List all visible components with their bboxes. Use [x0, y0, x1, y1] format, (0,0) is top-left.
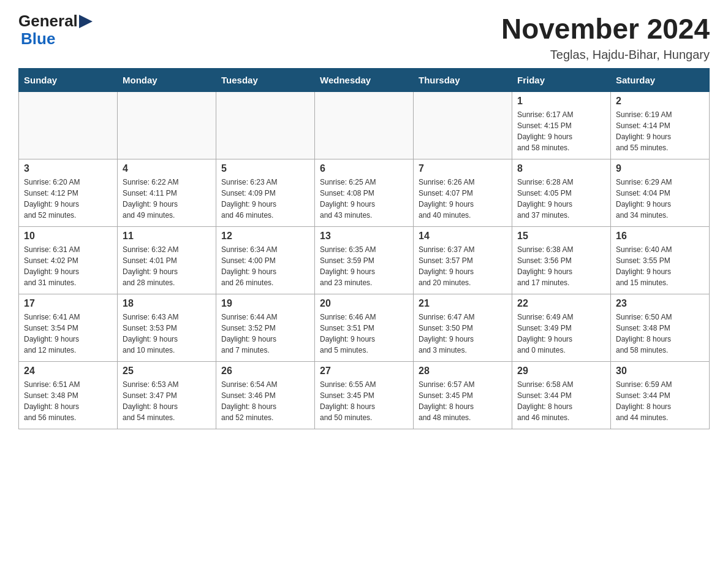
- day-number: 18: [123, 298, 211, 309]
- day-number: 17: [24, 298, 112, 309]
- calendar-week-row: 3Sunrise: 6:20 AM Sunset: 4:12 PM Daylig…: [19, 159, 710, 227]
- day-info-text: Sunrise: 6:58 AM Sunset: 3:44 PM Dayligh…: [517, 379, 605, 423]
- calendar-cell: 10Sunrise: 6:31 AM Sunset: 4:02 PM Dayli…: [19, 227, 118, 294]
- logo-blue-text: Blue: [21, 29, 55, 48]
- calendar-week-row: 10Sunrise: 6:31 AM Sunset: 4:02 PM Dayli…: [19, 227, 710, 294]
- day-number: 30: [616, 366, 704, 377]
- day-info-text: Sunrise: 6:25 AM Sunset: 4:08 PM Dayligh…: [320, 177, 408, 221]
- logo-general-text: General: [18, 12, 78, 30]
- day-info-text: Sunrise: 6:43 AM Sunset: 3:53 PM Dayligh…: [123, 312, 211, 356]
- day-info-text: Sunrise: 6:31 AM Sunset: 4:02 PM Dayligh…: [24, 244, 112, 288]
- calendar-cell: 29Sunrise: 6:58 AM Sunset: 3:44 PM Dayli…: [512, 362, 611, 429]
- day-info-text: Sunrise: 6:49 AM Sunset: 3:49 PM Dayligh…: [517, 312, 605, 356]
- calendar-cell: 27Sunrise: 6:55 AM Sunset: 3:45 PM Dayli…: [315, 362, 414, 429]
- day-info-text: Sunrise: 6:20 AM Sunset: 4:12 PM Dayligh…: [24, 177, 112, 221]
- day-number: 7: [419, 163, 507, 174]
- calendar-cell: 12Sunrise: 6:34 AM Sunset: 4:00 PM Dayli…: [216, 227, 315, 294]
- day-info-text: Sunrise: 6:40 AM Sunset: 3:55 PM Dayligh…: [616, 244, 704, 288]
- calendar-cell: [19, 92, 118, 159]
- day-number: 20: [320, 298, 408, 309]
- calendar-cell: 23Sunrise: 6:50 AM Sunset: 3:48 PM Dayli…: [611, 294, 710, 362]
- day-number: 29: [517, 366, 605, 377]
- calendar-cell: 17Sunrise: 6:41 AM Sunset: 3:54 PM Dayli…: [19, 294, 118, 362]
- day-number: 24: [24, 366, 112, 377]
- day-number: 19: [221, 298, 309, 309]
- day-info-text: Sunrise: 6:54 AM Sunset: 3:46 PM Dayligh…: [221, 379, 309, 423]
- logo-arrow-icon: [79, 15, 93, 28]
- calendar-cell: 8Sunrise: 6:28 AM Sunset: 4:05 PM Daylig…: [512, 159, 611, 227]
- day-info-text: Sunrise: 6:34 AM Sunset: 4:00 PM Dayligh…: [221, 244, 309, 288]
- calendar-cell: 25Sunrise: 6:53 AM Sunset: 3:47 PM Dayli…: [118, 362, 216, 429]
- day-info-text: Sunrise: 6:19 AM Sunset: 4:14 PM Dayligh…: [616, 109, 704, 153]
- day-info-text: Sunrise: 6:38 AM Sunset: 3:56 PM Dayligh…: [517, 244, 605, 288]
- calendar-cell: 30Sunrise: 6:59 AM Sunset: 3:44 PM Dayli…: [611, 362, 710, 429]
- day-number: 9: [616, 163, 704, 174]
- calendar-cell: 15Sunrise: 6:38 AM Sunset: 3:56 PM Dayli…: [512, 227, 611, 294]
- day-info-text: Sunrise: 6:55 AM Sunset: 3:45 PM Dayligh…: [320, 379, 408, 423]
- day-info-text: Sunrise: 6:26 AM Sunset: 4:07 PM Dayligh…: [419, 177, 507, 221]
- day-info-text: Sunrise: 6:50 AM Sunset: 3:48 PM Dayligh…: [616, 312, 704, 356]
- calendar-cell: 16Sunrise: 6:40 AM Sunset: 3:55 PM Dayli…: [611, 227, 710, 294]
- svg-marker-0: [79, 15, 93, 28]
- weekday-header-tuesday: Tuesday: [216, 69, 315, 92]
- day-info-text: Sunrise: 6:47 AM Sunset: 3:50 PM Dayligh…: [419, 312, 507, 356]
- day-number: 23: [616, 298, 704, 309]
- day-number: 28: [419, 366, 507, 377]
- day-number: 10: [24, 231, 112, 242]
- day-number: 2: [616, 96, 704, 107]
- calendar-cell: [315, 92, 414, 159]
- calendar-cell: 21Sunrise: 6:47 AM Sunset: 3:50 PM Dayli…: [414, 294, 512, 362]
- day-number: 4: [123, 163, 211, 174]
- day-info-text: Sunrise: 6:53 AM Sunset: 3:47 PM Dayligh…: [123, 379, 211, 423]
- day-info-text: Sunrise: 6:28 AM Sunset: 4:05 PM Dayligh…: [517, 177, 605, 221]
- day-info-text: Sunrise: 6:59 AM Sunset: 3:44 PM Dayligh…: [616, 379, 704, 423]
- weekday-header-thursday: Thursday: [414, 69, 512, 92]
- calendar-cell: 24Sunrise: 6:51 AM Sunset: 3:48 PM Dayli…: [19, 362, 118, 429]
- calendar-cell: 13Sunrise: 6:35 AM Sunset: 3:59 PM Dayli…: [315, 227, 414, 294]
- calendar-body: 1Sunrise: 6:17 AM Sunset: 4:15 PM Daylig…: [19, 92, 710, 429]
- day-info-text: Sunrise: 6:32 AM Sunset: 4:01 PM Dayligh…: [123, 244, 211, 288]
- weekday-header-row: SundayMondayTuesdayWednesdayThursdayFrid…: [19, 69, 710, 92]
- calendar-cell: 5Sunrise: 6:23 AM Sunset: 4:09 PM Daylig…: [216, 159, 315, 227]
- calendar-cell: [414, 92, 512, 159]
- day-number: 5: [221, 163, 309, 174]
- calendar-cell: 20Sunrise: 6:46 AM Sunset: 3:51 PM Dayli…: [315, 294, 414, 362]
- weekday-header-monday: Monday: [118, 69, 216, 92]
- day-info-text: Sunrise: 6:17 AM Sunset: 4:15 PM Dayligh…: [517, 109, 605, 153]
- day-number: 22: [517, 298, 605, 309]
- day-number: 16: [616, 231, 704, 242]
- calendar-table: SundayMondayTuesdayWednesdayThursdayFrid…: [18, 68, 710, 429]
- logo: General Blue: [18, 12, 93, 47]
- calendar-header: SundayMondayTuesdayWednesdayThursdayFrid…: [19, 69, 710, 92]
- calendar-cell: 9Sunrise: 6:29 AM Sunset: 4:04 PM Daylig…: [611, 159, 710, 227]
- day-number: 1: [517, 96, 605, 107]
- day-number: 3: [24, 163, 112, 174]
- day-number: 13: [320, 231, 408, 242]
- calendar-cell: 18Sunrise: 6:43 AM Sunset: 3:53 PM Dayli…: [118, 294, 216, 362]
- calendar-cell: 6Sunrise: 6:25 AM Sunset: 4:08 PM Daylig…: [315, 159, 414, 227]
- weekday-header-saturday: Saturday: [611, 69, 710, 92]
- day-number: 6: [320, 163, 408, 174]
- calendar-cell: 4Sunrise: 6:22 AM Sunset: 4:11 PM Daylig…: [118, 159, 216, 227]
- calendar-cell: 3Sunrise: 6:20 AM Sunset: 4:12 PM Daylig…: [19, 159, 118, 227]
- calendar-cell: 14Sunrise: 6:37 AM Sunset: 3:57 PM Dayli…: [414, 227, 512, 294]
- day-info-text: Sunrise: 6:37 AM Sunset: 3:57 PM Dayligh…: [419, 244, 507, 288]
- calendar-cell: 11Sunrise: 6:32 AM Sunset: 4:01 PM Dayli…: [118, 227, 216, 294]
- day-number: 27: [320, 366, 408, 377]
- location-subtitle: Teglas, Hajdu-Bihar, Hungary: [501, 48, 710, 62]
- calendar-cell: 2Sunrise: 6:19 AM Sunset: 4:14 PM Daylig…: [611, 92, 710, 159]
- calendar-week-row: 1Sunrise: 6:17 AM Sunset: 4:15 PM Daylig…: [19, 92, 710, 159]
- day-info-text: Sunrise: 6:29 AM Sunset: 4:04 PM Dayligh…: [616, 177, 704, 221]
- day-info-text: Sunrise: 6:46 AM Sunset: 3:51 PM Dayligh…: [320, 312, 408, 356]
- day-number: 11: [123, 231, 211, 242]
- day-info-text: Sunrise: 6:23 AM Sunset: 4:09 PM Dayligh…: [221, 177, 309, 221]
- calendar-cell: [118, 92, 216, 159]
- day-info-text: Sunrise: 6:57 AM Sunset: 3:45 PM Dayligh…: [419, 379, 507, 423]
- day-number: 15: [517, 231, 605, 242]
- calendar-cell: 26Sunrise: 6:54 AM Sunset: 3:46 PM Dayli…: [216, 362, 315, 429]
- title-block: November 2024 Teglas, Hajdu-Bihar, Hunga…: [501, 12, 710, 62]
- calendar-cell: 19Sunrise: 6:44 AM Sunset: 3:52 PM Dayli…: [216, 294, 315, 362]
- calendar-cell: [216, 92, 315, 159]
- calendar-cell: 28Sunrise: 6:57 AM Sunset: 3:45 PM Dayli…: [414, 362, 512, 429]
- calendar-cell: 1Sunrise: 6:17 AM Sunset: 4:15 PM Daylig…: [512, 92, 611, 159]
